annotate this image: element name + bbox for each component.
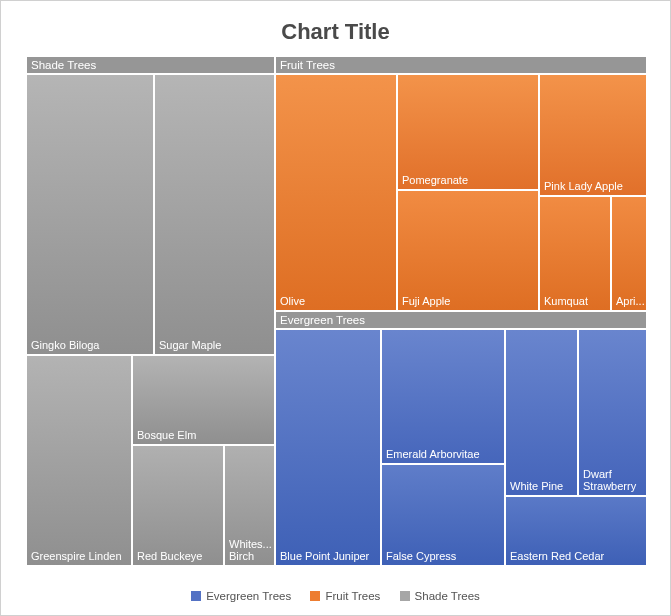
cell-blue-juniper: Blue Point Juniper xyxy=(275,329,381,566)
legend-swatch-shade xyxy=(400,591,410,601)
cell-red-buckeye: Red Buckeye xyxy=(132,445,224,566)
group-header-shade: Shade Trees xyxy=(26,56,275,74)
legend-label-evergreen: Evergreen Trees xyxy=(206,590,291,602)
cell-dwarf-strawberry: Dwarf Strawberry xyxy=(578,329,647,496)
cell-olive: Olive xyxy=(275,74,397,311)
cell-sugar-maple: Sugar Maple xyxy=(154,74,275,355)
cell-emerald: Emerald Arborvitae xyxy=(381,329,505,464)
legend: Evergreen Trees Fruit Trees Shade Trees xyxy=(1,590,670,603)
legend-swatch-evergreen xyxy=(191,591,201,601)
legend-label-shade: Shade Trees xyxy=(415,590,480,602)
chart-title: Chart Title xyxy=(1,19,670,45)
treemap-plot: Shade Trees Gingko Biloga Sugar Maple Gr… xyxy=(26,56,647,566)
legend-item-fruit: Fruit Trees xyxy=(310,590,380,602)
cell-greenspire: Greenspire Linden xyxy=(26,355,132,566)
cell-kumquat: Kumquat xyxy=(539,196,611,311)
legend-item-shade: Shade Trees xyxy=(400,590,480,602)
cell-bosque-elm: Bosque Elm xyxy=(132,355,275,445)
cell-pomegranate: Pomegranate xyxy=(397,74,539,190)
legend-swatch-fruit xyxy=(310,591,320,601)
chart-frame: Chart Title Shade Trees Gingko Biloga Su… xyxy=(0,0,671,616)
cell-false-cypress: False Cypress xyxy=(381,464,505,566)
cell-fuji-apple: Fuji Apple xyxy=(397,190,539,311)
cell-gingko: Gingko Biloga xyxy=(26,74,154,355)
group-header-evergreen: Evergreen Trees xyxy=(275,311,647,329)
cell-apricot: Apri... xyxy=(611,196,647,311)
cell-eastern-red-cedar: Eastern Red Cedar xyxy=(505,496,647,566)
legend-label-fruit: Fruit Trees xyxy=(325,590,380,602)
legend-item-evergreen: Evergreen Trees xyxy=(191,590,291,602)
group-header-fruit: Fruit Trees xyxy=(275,56,647,74)
cell-whitespire-birch: Whites... Birch xyxy=(224,445,275,566)
cell-white-pine: White Pine xyxy=(505,329,578,496)
cell-pink-lady: Pink Lady Apple xyxy=(539,74,647,196)
